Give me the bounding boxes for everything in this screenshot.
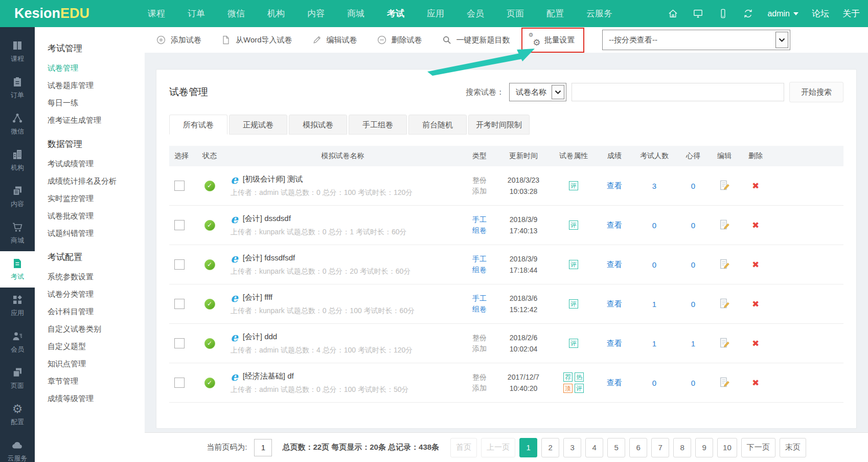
candidate-count[interactable]: 0 (652, 221, 656, 230)
sidebar-item-cloud[interactable]: 云服务 (0, 433, 35, 462)
row-checkbox[interactable] (174, 299, 185, 309)
sidebar-item-courses[interactable]: 课程 (0, 33, 35, 70)
forum-link[interactable]: 论坛 (812, 8, 829, 19)
import-word-button[interactable]: 从Word导入试卷 (221, 35, 292, 45)
candidate-count[interactable]: 1 (652, 300, 656, 309)
submenu-item[interactable]: 成绩统计排名及分析 (48, 172, 145, 190)
attr-badge[interactable]: 评 (569, 181, 578, 190)
add-paper-button[interactable]: 添加试卷 (156, 35, 201, 45)
submenu-item[interactable]: 实时监控管理 (48, 190, 145, 207)
desktop-icon[interactable] (692, 8, 704, 19)
view-score-link[interactable]: 查看 (607, 260, 622, 269)
batch-settings-button[interactable]: ⚙⚙ 批量设置 (530, 35, 575, 45)
submenu-item[interactable]: 会计科目管理 (48, 303, 145, 320)
paper-title[interactable]: [初级会计师] 测试 (243, 174, 303, 184)
current-page-input[interactable] (254, 439, 272, 456)
edit-icon[interactable] (719, 377, 730, 388)
page-number-button[interactable]: 7 (651, 438, 669, 457)
paper-tab[interactable]: 开考时间限制 (468, 115, 530, 135)
edit-icon[interactable] (719, 298, 730, 309)
delete-icon[interactable]: ✖ (752, 378, 759, 388)
delete-icon[interactable]: ✖ (752, 221, 759, 230)
candidate-count[interactable]: 0 (652, 260, 656, 269)
topbar-nav-item[interactable]: 应用 (420, 0, 451, 27)
prev-page-button[interactable]: 上一页 (481, 438, 515, 457)
edit-icon[interactable] (719, 337, 730, 348)
start-search-button[interactable]: 开始搜索 (789, 82, 843, 102)
paper-title[interactable]: [经济法基础] df (243, 371, 294, 381)
sidebar-item-members[interactable]: 会员 (0, 324, 35, 360)
page-number-button[interactable]: 10 (717, 438, 737, 457)
topbar-nav-item[interactable]: 商城 (340, 0, 372, 27)
delete-icon[interactable]: ✖ (752, 299, 759, 309)
sidebar-item-settings[interactable]: ⚙ 配置 (0, 397, 35, 433)
paper-title[interactable]: [会计] fdssdfsdf (243, 253, 295, 263)
paper-tab[interactable]: 手工组卷 (349, 115, 407, 135)
refresh-icon[interactable] (742, 8, 754, 19)
submenu-item[interactable]: 成绩等级管理 (48, 390, 145, 407)
sidebar-item-organization[interactable]: 机构 (0, 142, 35, 179)
page-number-button[interactable]: 6 (629, 438, 647, 457)
submenu-item[interactable]: 试卷题库管理 (48, 77, 145, 94)
row-checkbox[interactable] (174, 378, 185, 388)
about-link[interactable]: 关于 (842, 8, 860, 19)
view-score-link[interactable]: 查看 (607, 378, 622, 387)
submenu-item[interactable]: 准考证生成管理 (48, 112, 145, 129)
attr-badge[interactable]: 评 (569, 221, 578, 230)
topbar-nav-item[interactable]: 云服务 (579, 0, 620, 27)
home-icon[interactable] (667, 8, 679, 19)
submenu-item[interactable]: 自定义试卷类别 (48, 320, 145, 338)
view-score-link[interactable]: 查看 (607, 181, 622, 190)
paper-type[interactable]: 手工组卷 (462, 293, 497, 315)
notes-count[interactable]: 1 (691, 339, 695, 348)
notes-count[interactable]: 0 (691, 221, 695, 230)
paper-tab[interactable]: 模拟试卷 (289, 115, 347, 135)
category-filter[interactable]: --按分类查看-- (602, 30, 790, 50)
next-page-button[interactable]: 下一页 (741, 438, 775, 457)
paper-title[interactable]: [会计] dssdsdf (243, 214, 291, 224)
sidebar-item-wechat[interactable]: 微信 (0, 106, 35, 142)
submenu-item[interactable]: 试卷分类管理 (48, 285, 145, 303)
candidate-count[interactable]: 0 (652, 379, 656, 387)
paper-tab[interactable]: 正规试卷 (229, 115, 287, 135)
paper-title[interactable]: [会计] ddd (243, 332, 278, 342)
paper-type[interactable]: 手工组卷 (462, 254, 497, 275)
notes-count[interactable]: 0 (691, 182, 695, 190)
attr-badge[interactable]: 热 (575, 372, 584, 382)
row-checkbox[interactable] (174, 338, 185, 348)
delete-icon[interactable]: ✖ (752, 260, 759, 270)
sidebar-item-orders[interactable]: 订单 (0, 70, 35, 106)
submenu-item[interactable]: 章节管理 (48, 372, 145, 390)
row-checkbox[interactable] (174, 220, 185, 230)
delete-paper-button[interactable]: 删除试卷 (377, 35, 422, 45)
page-number-button[interactable]: 1 (519, 438, 537, 457)
attr-badge[interactable]: 评 (569, 339, 578, 348)
sidebar-item-exams[interactable]: 考试 (0, 251, 35, 288)
page-number-button[interactable]: 8 (673, 438, 691, 457)
paper-type[interactable]: 手工组卷 (462, 214, 497, 236)
candidate-count[interactable]: 3 (652, 182, 656, 190)
search-input[interactable] (572, 83, 784, 101)
last-page-button[interactable]: 末页 (780, 438, 806, 457)
paper-title[interactable]: [会计] ffff (243, 293, 272, 302)
topbar-nav-item[interactable]: 微信 (220, 0, 252, 27)
page-number-button[interactable]: 5 (607, 438, 625, 457)
attr-badge[interactable]: 顶 (563, 384, 573, 393)
page-number-button[interactable]: 3 (563, 438, 581, 457)
submenu-item[interactable]: 试题纠错管理 (48, 225, 145, 242)
search-type-select[interactable]: 试卷名称 (509, 83, 566, 101)
paper-tab[interactable]: 前台随机 (408, 115, 467, 135)
sidebar-item-apps[interactable]: 应用 (0, 288, 35, 324)
notes-count[interactable]: 0 (691, 300, 695, 309)
page-number-button[interactable]: 9 (695, 438, 713, 457)
topbar-nav-item[interactable]: 课程 (141, 0, 172, 27)
edit-icon[interactable] (719, 219, 730, 230)
attr-badge[interactable]: 评 (575, 384, 584, 393)
submenu-item[interactable]: 知识点管理 (48, 355, 145, 372)
topbar-nav-item[interactable]: 内容 (300, 0, 332, 27)
topbar-nav-item[interactable]: 机构 (260, 0, 292, 27)
submenu-item[interactable]: 试卷批改管理 (48, 207, 145, 225)
submenu-item[interactable]: 系统参数设置 (48, 268, 145, 285)
topbar-nav-item[interactable]: 考试 (380, 0, 412, 27)
update-question-count-button[interactable]: 一键更新题目数 (442, 35, 510, 45)
